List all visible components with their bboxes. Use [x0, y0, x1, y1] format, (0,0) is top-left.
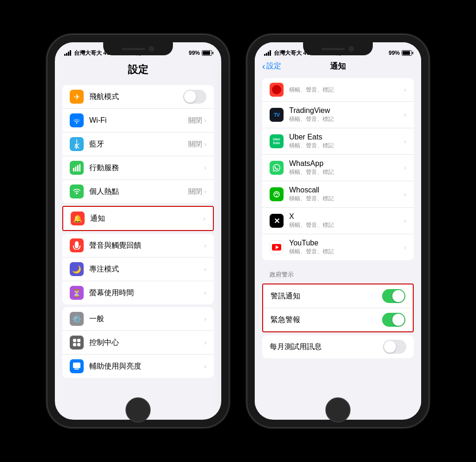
svg-rect-7	[73, 343, 76, 346]
app-row-whatsapp[interactable]: WhatsApp 橫幅、聲音、標記 ›	[262, 155, 414, 181]
app-row-whoscall[interactable]: Whoscall 橫幅、聲音、標記 ›	[262, 181, 414, 208]
airplane-icon: ✈	[70, 90, 84, 104]
back-button[interactable]: ‹ 設定	[262, 61, 281, 72]
svg-point-11	[276, 196, 278, 197]
chevron-icon: ›	[404, 138, 406, 145]
camera	[349, 46, 354, 52]
wifi-row[interactable]: Wi-Fi 關閉 ›	[62, 109, 214, 132]
chevron-icon: ›	[204, 315, 206, 323]
screentime-icon: ⏳	[70, 286, 84, 300]
battery-fill	[403, 51, 410, 55]
home-button[interactable]	[126, 397, 151, 422]
svg-rect-6	[77, 339, 80, 342]
general-row[interactable]: ⚙️ 一般 ›	[62, 307, 214, 331]
phone-2-body: 台灣大哥大 4G 晚上 11:37 99% ‹ 設定	[247, 35, 429, 427]
sounds-icon	[70, 238, 84, 252]
toggle-knob	[392, 290, 404, 302]
app-row-youtube[interactable]: YouTube 橫幅、聲音、標記 ›	[262, 234, 414, 260]
hotspot-label: 個人熱點	[89, 187, 188, 197]
airplane-label: 飛航模式	[89, 92, 183, 102]
hotspot-icon	[70, 185, 84, 198]
sounds-row[interactable]: 聲音與觸覺回饋 ›	[62, 234, 214, 257]
focus-row[interactable]: 🌙 專注模式 ›	[62, 257, 214, 281]
emergency-toggle[interactable]	[382, 313, 405, 327]
tradingview-subtitle: 橫幅、聲音、標記	[289, 115, 404, 123]
youtube-subtitle: 橫幅、聲音、標記	[289, 248, 404, 256]
accessibility-row[interactable]: 輔助使用與亮度 ›	[62, 355, 214, 378]
home-button[interactable]	[325, 397, 350, 422]
notifications-row[interactable]: 🔔 通知 ›	[63, 207, 213, 230]
general-section: ⚙️ 一般 ›	[62, 307, 214, 378]
bluetooth-label: 藍牙	[89, 139, 188, 149]
app-row-unknown[interactable]: 橫幅、聲音、標記 ›	[262, 78, 414, 102]
wifi-value: 關閉 ›	[188, 116, 206, 125]
back-label[interactable]: 設定	[266, 61, 281, 71]
control-icon	[70, 336, 84, 350]
unknown-app-icon	[270, 83, 284, 97]
app-row-tradingview[interactable]: TV TradingView 橫幅、聲音、標記 ›	[262, 102, 414, 128]
svg-rect-2	[77, 165, 79, 172]
chevron-icon: ›	[404, 111, 406, 119]
speaker	[122, 48, 145, 50]
screentime-row[interactable]: ⏳ 螢幕使用時間 ›	[62, 281, 214, 304]
monthly-toggle[interactable]	[383, 340, 406, 354]
whatsapp-icon	[270, 161, 284, 175]
phone-1-screen: 台灣大哥大 4G 晚上 11:37 99% 設定	[55, 42, 221, 420]
notch	[103, 42, 173, 55]
focus-label: 專注模式	[89, 264, 204, 274]
monthly-row[interactable]: 每月測試用訊息	[262, 335, 414, 358]
signal-icon	[264, 50, 271, 56]
ubereats-subtitle: 橫幅、聲音、標記	[289, 142, 404, 150]
general-label: 一般	[89, 314, 204, 324]
status-right: 99%	[389, 50, 412, 56]
nav-bar: ‹ 設定 通知	[255, 59, 421, 75]
cellular-icon	[70, 161, 84, 175]
whatsapp-subtitle: 橫幅、聲音、標記	[289, 168, 404, 176]
cellular-row[interactable]: 行動服務 ›	[62, 156, 214, 180]
ubereats-icon: UberEats	[270, 134, 284, 148]
youtube-icon	[270, 240, 284, 254]
control-row[interactable]: 控制中心 ›	[62, 331, 214, 355]
system-section: 聲音與觸覺回饋 › 🌙 專注模式 ›	[62, 234, 214, 304]
tradingview-icon: TV	[270, 108, 284, 122]
chevron-icon: ›	[204, 117, 206, 124]
whoscall-subtitle: 橫幅、聲音、標記	[289, 195, 404, 203]
bluetooth-row[interactable]: 藍牙 關閉 ›	[62, 132, 214, 156]
alert-notif-row[interactable]: 警訊通知	[263, 284, 413, 308]
toggle-knob	[392, 314, 404, 326]
emergency-row[interactable]: 緊急警報	[263, 308, 413, 331]
chevron-icon: ›	[404, 191, 406, 198]
svg-rect-1	[75, 166, 77, 172]
airplane-toggle[interactable]	[183, 90, 206, 104]
toggle-knob	[384, 341, 396, 353]
camera	[149, 46, 154, 52]
cellular-label: 行動服務	[89, 163, 204, 173]
svg-rect-3	[79, 164, 81, 172]
app-row-x[interactable]: ✕ X 橫幅、聲音、標記 ›	[262, 208, 414, 234]
youtube-label: YouTube	[289, 239, 404, 247]
airplane-row[interactable]: ✈ 飛航模式	[62, 85, 214, 109]
notifications-highlight: 🔔 通知 ›	[62, 206, 214, 231]
chevron-icon: ›	[203, 215, 205, 222]
battery-percent: 99%	[389, 50, 400, 56]
emergency-label: 緊急警報	[271, 315, 382, 325]
x-label: X	[289, 212, 404, 221]
toggle-knob	[184, 91, 196, 103]
control-label: 控制中心	[89, 338, 204, 348]
tradingview-label: TradingView	[289, 106, 404, 115]
chevron-icon: ›	[204, 140, 206, 148]
app-row-ubereats[interactable]: UberEats Uber Eats 橫幅、聲音、標記 ›	[262, 128, 414, 155]
back-chevron: ‹	[262, 61, 265, 72]
hotspot-row[interactable]: 個人熱點 關閉 ›	[62, 180, 214, 203]
alert-notif-toggle[interactable]	[382, 289, 405, 303]
chevron-icon: ›	[204, 188, 206, 195]
chevron-icon: ›	[204, 265, 206, 273]
wifi-label: Wi-Fi	[89, 116, 188, 125]
accessibility-icon	[70, 359, 84, 373]
x-icon: ✕	[270, 214, 284, 228]
screentime-label: 螢幕使用時間	[89, 288, 204, 298]
hotspot-value: 關閉 ›	[188, 187, 206, 196]
chevron-icon: ›	[204, 289, 206, 297]
battery-icon	[402, 50, 412, 56]
phone-1-body: 台灣大哥大 4G 晚上 11:37 99% 設定	[47, 35, 229, 427]
